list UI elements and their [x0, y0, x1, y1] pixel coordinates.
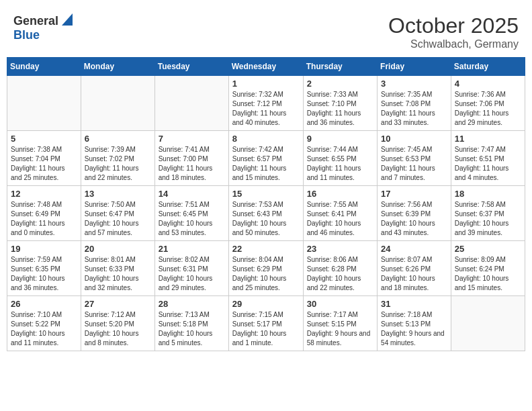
- calendar-cell: 5Sunrise: 7:38 AM Sunset: 7:04 PM Daylig…: [7, 131, 81, 186]
- calendar-week-row: 5Sunrise: 7:38 AM Sunset: 7:04 PM Daylig…: [7, 131, 525, 186]
- day-number: 16: [307, 189, 373, 199]
- day-info: Sunrise: 8:07 AM Sunset: 6:26 PM Dayligh…: [381, 255, 447, 293]
- weekday-header: Wednesday: [228, 58, 303, 76]
- day-number: 14: [159, 189, 225, 199]
- day-info: Sunrise: 7:12 AM Sunset: 5:20 PM Dayligh…: [85, 310, 151, 348]
- day-number: 5: [11, 134, 77, 144]
- day-number: 2: [307, 79, 373, 89]
- calendar-cell: 13Sunrise: 7:50 AM Sunset: 6:47 PM Dayli…: [81, 186, 154, 241]
- day-info: Sunrise: 7:56 AM Sunset: 6:39 PM Dayligh…: [381, 200, 447, 238]
- calendar-cell: 23Sunrise: 8:06 AM Sunset: 6:28 PM Dayli…: [303, 241, 377, 296]
- day-number: 12: [11, 189, 77, 199]
- calendar-cell: [7, 76, 81, 131]
- calendar-cell: 3Sunrise: 7:35 AM Sunset: 7:08 PM Daylig…: [378, 76, 451, 131]
- page-header: General Blue October 2025 Schwalbach, Ge…: [7, 7, 525, 54]
- calendar-week-row: 26Sunrise: 7:10 AM Sunset: 5:22 PM Dayli…: [7, 296, 525, 351]
- day-info: Sunrise: 7:45 AM Sunset: 6:53 PM Dayligh…: [381, 145, 447, 183]
- calendar-cell: 28Sunrise: 7:13 AM Sunset: 5:18 PM Dayli…: [154, 296, 228, 351]
- day-number: 25: [455, 244, 521, 254]
- calendar-cell: 21Sunrise: 8:02 AM Sunset: 6:31 PM Dayli…: [154, 241, 228, 296]
- day-info: Sunrise: 7:38 AM Sunset: 7:04 PM Dayligh…: [11, 145, 77, 183]
- calendar-cell: 6Sunrise: 7:39 AM Sunset: 7:02 PM Daylig…: [81, 131, 154, 186]
- day-number: 10: [381, 134, 447, 144]
- svg-marker-0: [62, 13, 73, 26]
- day-info: Sunrise: 7:42 AM Sunset: 6:57 PM Dayligh…: [232, 145, 300, 183]
- day-info: Sunrise: 7:48 AM Sunset: 6:49 PM Dayligh…: [11, 200, 77, 238]
- calendar-cell: 20Sunrise: 8:01 AM Sunset: 6:33 PM Dayli…: [81, 241, 154, 296]
- calendar-cell: 8Sunrise: 7:42 AM Sunset: 6:57 PM Daylig…: [228, 131, 303, 186]
- day-info: Sunrise: 7:15 AM Sunset: 5:17 PM Dayligh…: [232, 310, 300, 348]
- day-info: Sunrise: 7:50 AM Sunset: 6:47 PM Dayligh…: [85, 200, 151, 238]
- calendar-cell: 26Sunrise: 7:10 AM Sunset: 5:22 PM Dayli…: [7, 296, 81, 351]
- day-info: Sunrise: 7:39 AM Sunset: 7:02 PM Dayligh…: [85, 145, 151, 183]
- day-number: 9: [307, 134, 373, 144]
- day-info: Sunrise: 8:02 AM Sunset: 6:31 PM Dayligh…: [159, 255, 225, 293]
- day-info: Sunrise: 7:18 AM Sunset: 5:13 PM Dayligh…: [381, 310, 447, 348]
- day-number: 18: [455, 189, 521, 199]
- day-number: 21: [159, 244, 225, 254]
- day-info: Sunrise: 7:32 AM Sunset: 7:12 PM Dayligh…: [232, 90, 300, 128]
- day-number: 3: [381, 79, 447, 89]
- day-number: 4: [455, 79, 521, 89]
- calendar-cell: 18Sunrise: 7:58 AM Sunset: 6:37 PM Dayli…: [451, 186, 525, 241]
- day-info: Sunrise: 7:47 AM Sunset: 6:51 PM Dayligh…: [455, 145, 521, 183]
- day-info: Sunrise: 7:17 AM Sunset: 5:15 PM Dayligh…: [307, 310, 373, 348]
- calendar-table: SundayMondayTuesdayWednesdayThursdayFrid…: [7, 57, 525, 351]
- day-number: 27: [85, 299, 151, 309]
- day-number: 19: [11, 244, 77, 254]
- day-number: 7: [159, 134, 225, 144]
- day-number: 20: [85, 244, 151, 254]
- day-number: 26: [11, 299, 77, 309]
- day-number: 24: [381, 244, 447, 254]
- day-info: Sunrise: 8:04 AM Sunset: 6:29 PM Dayligh…: [232, 255, 300, 293]
- day-info: Sunrise: 7:58 AM Sunset: 6:37 PM Dayligh…: [455, 200, 521, 238]
- day-number: 30: [307, 299, 373, 309]
- day-number: 6: [85, 134, 151, 144]
- calendar-cell: [81, 76, 154, 131]
- calendar-cell: 30Sunrise: 7:17 AM Sunset: 5:15 PM Dayli…: [303, 296, 377, 351]
- day-number: 29: [232, 299, 300, 309]
- calendar-cell: 7Sunrise: 7:41 AM Sunset: 7:00 PM Daylig…: [154, 131, 228, 186]
- day-info: Sunrise: 7:53 AM Sunset: 6:43 PM Dayligh…: [232, 200, 300, 238]
- day-info: Sunrise: 7:10 AM Sunset: 5:22 PM Dayligh…: [11, 310, 77, 348]
- day-number: 22: [232, 244, 300, 254]
- calendar-cell: 1Sunrise: 7:32 AM Sunset: 7:12 PM Daylig…: [228, 76, 303, 131]
- calendar-cell: 14Sunrise: 7:51 AM Sunset: 6:45 PM Dayli…: [154, 186, 228, 241]
- day-number: 11: [455, 134, 521, 144]
- calendar-cell: 9Sunrise: 7:44 AM Sunset: 6:55 PM Daylig…: [303, 131, 377, 186]
- day-number: 8: [232, 134, 300, 144]
- weekday-header: Sunday: [7, 58, 81, 76]
- calendar-week-row: 19Sunrise: 7:59 AM Sunset: 6:35 PM Dayli…: [7, 241, 525, 296]
- weekday-header: Thursday: [303, 58, 377, 76]
- day-info: Sunrise: 7:36 AM Sunset: 7:06 PM Dayligh…: [455, 90, 521, 128]
- day-info: Sunrise: 8:06 AM Sunset: 6:28 PM Dayligh…: [307, 255, 373, 293]
- day-info: Sunrise: 7:44 AM Sunset: 6:55 PM Dayligh…: [307, 145, 373, 183]
- calendar-header-row: SundayMondayTuesdayWednesdayThursdayFrid…: [7, 58, 525, 76]
- day-info: Sunrise: 7:41 AM Sunset: 7:00 PM Dayligh…: [159, 145, 225, 183]
- weekday-header: Saturday: [451, 58, 525, 76]
- logo-general-text: General: [13, 14, 58, 28]
- logo: General Blue: [13, 13, 73, 42]
- logo-triangle-icon: [62, 13, 73, 28]
- calendar-cell: 10Sunrise: 7:45 AM Sunset: 6:53 PM Dayli…: [378, 131, 451, 186]
- day-info: Sunrise: 7:59 AM Sunset: 6:35 PM Dayligh…: [11, 255, 77, 293]
- day-number: 13: [85, 189, 151, 199]
- title-block: October 2025 Schwalbach, Germany: [388, 13, 519, 50]
- day-number: 23: [307, 244, 373, 254]
- day-info: Sunrise: 7:13 AM Sunset: 5:18 PM Dayligh…: [159, 310, 225, 348]
- calendar-cell: 19Sunrise: 7:59 AM Sunset: 6:35 PM Dayli…: [7, 241, 81, 296]
- calendar-cell: 17Sunrise: 7:56 AM Sunset: 6:39 PM Dayli…: [378, 186, 451, 241]
- calendar-cell: 22Sunrise: 8:04 AM Sunset: 6:29 PM Dayli…: [228, 241, 303, 296]
- calendar-cell: 15Sunrise: 7:53 AM Sunset: 6:43 PM Dayli…: [228, 186, 303, 241]
- day-info: Sunrise: 7:33 AM Sunset: 7:10 PM Dayligh…: [307, 90, 373, 128]
- calendar-week-row: 1Sunrise: 7:32 AM Sunset: 7:12 PM Daylig…: [7, 76, 525, 131]
- day-number: 15: [232, 189, 300, 199]
- calendar-cell: 24Sunrise: 8:07 AM Sunset: 6:26 PM Dayli…: [378, 241, 451, 296]
- day-info: Sunrise: 7:35 AM Sunset: 7:08 PM Dayligh…: [381, 90, 447, 128]
- day-info: Sunrise: 7:55 AM Sunset: 6:41 PM Dayligh…: [307, 200, 373, 238]
- calendar-cell: 16Sunrise: 7:55 AM Sunset: 6:41 PM Dayli…: [303, 186, 377, 241]
- calendar-week-row: 12Sunrise: 7:48 AM Sunset: 6:49 PM Dayli…: [7, 186, 525, 241]
- logo-blue-text: Blue: [13, 28, 40, 42]
- calendar-cell: 4Sunrise: 7:36 AM Sunset: 7:06 PM Daylig…: [451, 76, 525, 131]
- weekday-header: Monday: [81, 58, 154, 76]
